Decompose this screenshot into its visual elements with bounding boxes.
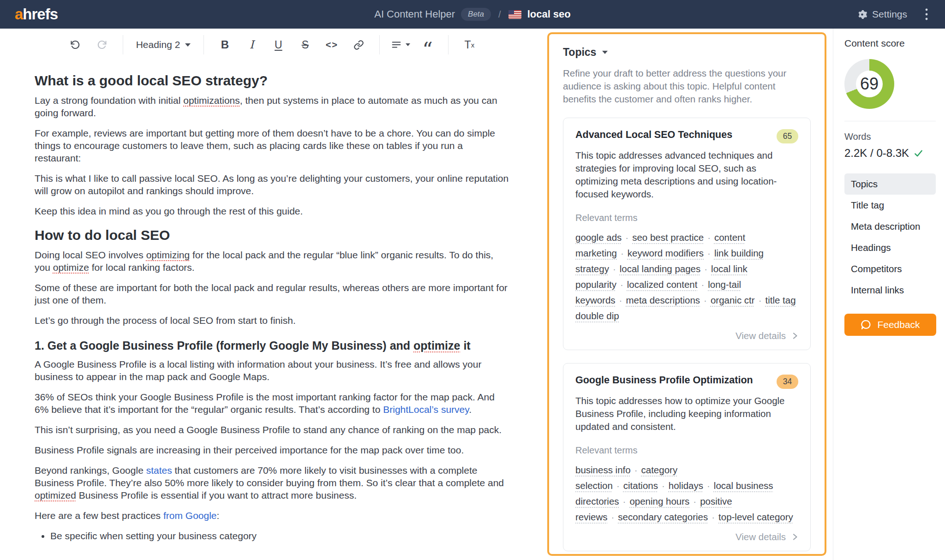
article-link[interactable]: from Google [163, 510, 217, 521]
view-details-row: View details [575, 330, 798, 341]
settings-label: Settings [872, 9, 907, 20]
undo-arrow-icon [70, 39, 81, 50]
score-sidebar: Content score 69 Words 2.2K / 0-8.3K Top… [833, 29, 945, 560]
relevant-term[interactable]: holidays [669, 480, 703, 491]
blockquote-button[interactable]: “ [417, 35, 437, 55]
paragraph: Beyond rankings, Google states that cust… [35, 464, 510, 501]
bold-button[interactable]: B [215, 35, 235, 55]
topic-card: Advanced Local SEO Techniques65This topi… [563, 118, 811, 350]
code-button[interactable]: <> [322, 35, 342, 55]
topic-description: This topic addresses advanced techniques… [575, 149, 798, 201]
clear-format-x: x [471, 41, 475, 49]
editor-column: Heading 2 B I U S <> “ Tx [0, 29, 544, 560]
top-navbar: ahrefs AI Content Helper Beta / local se… [0, 0, 945, 29]
topic-score-badge: 34 [777, 375, 798, 389]
speech-bubble-icon [861, 319, 872, 330]
sidebar-item-headings[interactable]: Headings [844, 237, 936, 258]
article-link[interactable]: states [146, 465, 172, 476]
chain-link-icon [353, 40, 364, 50]
clear-formatting-button[interactable]: Tx [459, 35, 479, 55]
paragraph: Doing local SEO involves optimizing for … [35, 249, 510, 274]
term-separator: · [662, 480, 665, 491]
term-separator: · [611, 512, 615, 522]
bullet-list: Be specific when setting your business c… [35, 530, 510, 542]
sidebar-item-competitors[interactable]: Competitors [844, 258, 936, 280]
link-button[interactable] [348, 35, 369, 55]
align-dropdown[interactable] [390, 35, 411, 55]
paragraph: Keep this idea in mind as you go through… [35, 205, 510, 217]
undo-button[interactable] [65, 35, 85, 55]
article-heading: 1. Get a Google Business Profile (former… [35, 338, 510, 353]
chevron-down-icon [406, 43, 410, 46]
sidebar-item-topics[interactable]: Topics [844, 173, 936, 195]
breadcrumb-separator: / [498, 9, 501, 20]
sidebar-item-internal-links[interactable]: Internal links [844, 280, 936, 301]
sidebar-item-title-tag[interactable]: Title tag [844, 195, 936, 216]
more-menu-button[interactable] [923, 6, 930, 23]
settings-button[interactable]: Settings [857, 9, 907, 20]
term-separator: · [619, 295, 622, 305]
topics-panel-description: Refine your draft to better address the … [563, 67, 811, 106]
article-editor[interactable]: What is a good local SEO strategy?Lay a … [0, 61, 544, 542]
redo-button[interactable] [92, 35, 112, 55]
relevant-term[interactable]: meta descriptions [626, 295, 700, 305]
spellcheck-word[interactable]: optimize [413, 339, 460, 352]
underline-button[interactable]: U [268, 35, 288, 55]
article-link[interactable]: BrightLocal’s survey [383, 404, 469, 415]
topic-title: Google Business Profile Optimization [575, 375, 753, 386]
spellcheck-word[interactable]: optimize [53, 262, 89, 273]
relevant-term[interactable]: secondary categories [618, 512, 708, 522]
align-text-icon [391, 40, 401, 50]
relevant-term[interactable]: keyword modifiers [628, 248, 704, 258]
content-score-value: 69 [856, 71, 883, 97]
logo-accent: a [15, 6, 23, 23]
view-details-link[interactable]: View details [736, 330, 798, 341]
clear-format-t: T [465, 39, 471, 51]
article-heading: What is a good local SEO strategy? [35, 72, 510, 89]
content-score-label: Content score [844, 38, 936, 49]
relevant-terms-label: Relevant terms [575, 213, 798, 223]
spellcheck-word[interactable]: optimizations [183, 95, 240, 106]
paragraph: For example, reviews are important but g… [35, 127, 510, 164]
toolbar-divider [379, 35, 380, 54]
editor-toolbar: Heading 2 B I U S <> “ Tx [0, 29, 544, 61]
relevant-term[interactable]: organic ctr [711, 295, 755, 305]
term-separator: · [704, 295, 707, 305]
chevron-down-icon [185, 43, 191, 47]
view-details-link[interactable]: View details [736, 531, 798, 542]
relevant-term[interactable]: business info [575, 465, 631, 475]
kebab-menu-icon [925, 7, 928, 21]
topics-column: Topics Refine your draft to better addre… [544, 29, 833, 560]
relevant-term[interactable]: google ads [575, 232, 622, 243]
term-separator: · [704, 263, 707, 274]
topics-panel: Topics Refine your draft to better addre… [547, 32, 826, 556]
view-details-row: View details [575, 531, 798, 542]
spellcheck-word[interactable]: optimized [35, 490, 76, 500]
italic-button[interactable]: I [241, 35, 262, 55]
heading-style-dropdown[interactable]: Heading 2 [136, 39, 191, 50]
relevant-term[interactable]: opening hours [629, 496, 689, 506]
relevant-term[interactable]: top-level category [718, 512, 793, 522]
document-title: local seo [527, 8, 571, 20]
strikethrough-button[interactable]: S [295, 35, 315, 55]
spellcheck-word[interactable]: optimizing [146, 250, 190, 260]
topics-section-dropdown[interactable]: Topics [563, 46, 811, 59]
term-separator: · [613, 263, 616, 274]
logo-rest: hrefs [23, 6, 58, 23]
view-details-label: View details [736, 531, 786, 542]
term-separator: · [707, 480, 710, 491]
redo-arrow-icon [96, 39, 108, 50]
app-title: AI Content Helper [374, 8, 455, 20]
paragraph: This isn’t surprising, as you need a Goo… [35, 423, 510, 436]
term-separator: · [707, 232, 711, 243]
relevant-term[interactable]: seo best practice [632, 232, 704, 243]
ahrefs-logo[interactable]: ahrefs [15, 6, 58, 23]
term-separator: · [621, 248, 624, 258]
relevant-term[interactable]: local landing pages [620, 263, 701, 274]
relevant-term[interactable]: localized content [627, 279, 698, 290]
relevant-term[interactable]: citations [623, 480, 658, 491]
term-separator: · [693, 496, 696, 506]
sidebar-item-meta-description[interactable]: Meta description [844, 216, 936, 237]
paragraph: A Google Business Profile is a local lis… [35, 358, 510, 383]
feedback-button[interactable]: Feedback [844, 314, 936, 336]
